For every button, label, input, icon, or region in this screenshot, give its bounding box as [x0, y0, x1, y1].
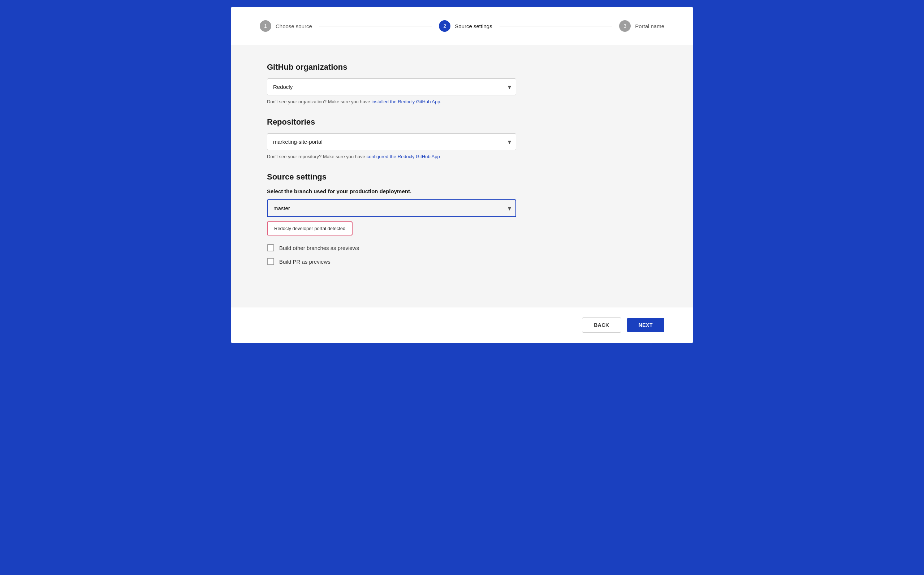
branch-label: Select the branch used for your producti…: [267, 188, 657, 194]
footer: BACK NEXT: [231, 307, 693, 343]
github-org-section: GitHub organizations Redocly ▾ Don't see…: [267, 62, 657, 104]
source-settings-section: Source settings Select the branch used f…: [267, 172, 657, 265]
step-2-circle: 2: [439, 20, 451, 32]
github-org-title: GitHub organizations: [267, 62, 657, 72]
checkbox-group: Build other branches as previews Build P…: [267, 244, 657, 265]
repository-select-wrapper: marketing-site-portal ▾: [267, 133, 516, 150]
checkbox-box-1: [267, 244, 274, 251]
configure-app-link[interactable]: configured the Redocly GitHub App: [367, 154, 440, 159]
step-2: 2 Source settings: [439, 20, 492, 32]
stepper: 1 Choose source 2 Source settings 3 Port…: [231, 7, 693, 45]
checkbox-build-pr[interactable]: Build PR as previews: [267, 258, 657, 265]
github-org-helper: Don't see your organization? Make sure y…: [267, 99, 657, 104]
step-1: 1 Choose source: [260, 20, 312, 32]
step-divider-1: [319, 26, 432, 26]
repositories-title: Repositories: [267, 118, 657, 127]
detection-badge: Redocly developer portal detected: [267, 221, 352, 235]
checkbox-label-1: Build other branches as previews: [279, 245, 359, 251]
branch-select[interactable]: master: [267, 199, 516, 217]
repository-helper: Don't see your repository? Make sure you…: [267, 154, 657, 159]
step-divider-2: [500, 26, 612, 26]
step-3-circle: 3: [619, 20, 631, 32]
checkbox-build-branches[interactable]: Build other branches as previews: [267, 244, 657, 251]
step-1-circle: 1: [260, 20, 271, 32]
step-3-label: Portal name: [635, 23, 664, 29]
checkbox-label-2: Build PR as previews: [279, 259, 330, 265]
step-3: 3 Portal name: [619, 20, 664, 32]
content-area: GitHub organizations Redocly ▾ Don't see…: [231, 45, 693, 307]
branch-select-wrapper: master ▾: [267, 199, 516, 217]
back-button[interactable]: BACK: [582, 318, 621, 333]
github-org-select-wrapper: Redocly ▾: [267, 78, 516, 95]
next-button[interactable]: NEXT: [627, 318, 664, 332]
page-wrapper: 1 Choose source 2 Source settings 3 Port…: [0, 0, 924, 575]
repository-select[interactable]: marketing-site-portal: [267, 133, 516, 150]
github-org-select[interactable]: Redocly: [267, 78, 516, 95]
install-app-link[interactable]: installed the Redocly GitHub App.: [372, 99, 441, 104]
step-2-label: Source settings: [455, 23, 492, 29]
step-1-label: Choose source: [276, 23, 312, 29]
repositories-section: Repositories marketing-site-portal ▾ Don…: [267, 118, 657, 159]
main-card: 1 Choose source 2 Source settings 3 Port…: [231, 7, 693, 343]
source-settings-title: Source settings: [267, 172, 657, 182]
checkbox-box-2: [267, 258, 274, 265]
